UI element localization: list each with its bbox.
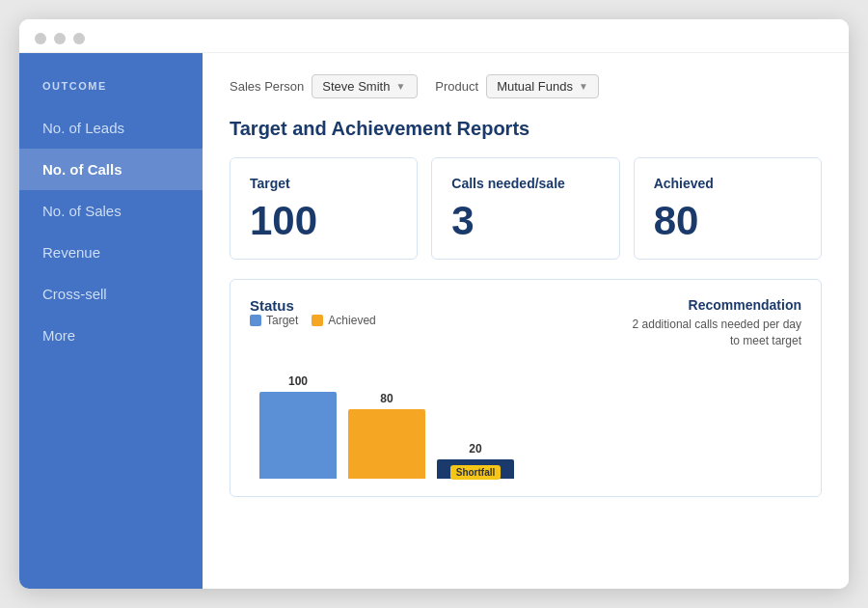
recommendation-text: 2 additional calls needed per day to mee… [628, 317, 801, 349]
bar-shortfall-label-top: 20 [469, 442, 481, 456]
kpi-target-label: Target [250, 176, 290, 191]
window-dot-2 [54, 33, 66, 44]
kpi-target-value: 100 [250, 201, 317, 241]
chart-area: 100 80 20 Shortfall [250, 363, 801, 479]
kpi-achieved-label: Achieved [654, 176, 714, 191]
salesperson-filter-group: Sales Person Steve Smith ▼ [230, 74, 418, 98]
sidebar-item-leads[interactable]: No. of Leads [19, 107, 203, 149]
legend-target: Target [250, 314, 298, 327]
product-arrow-icon: ▼ [579, 81, 588, 92]
legend-achieved: Achieved [312, 314, 375, 327]
kpi-achieved-value: 80 [654, 201, 699, 241]
sidebar: OUTCOME No. of Leads No. of Calls No. of… [19, 53, 203, 589]
product-label: Product [435, 79, 478, 94]
salesperson-select[interactable]: Steve Smith ▼ [312, 74, 418, 98]
recommendation-title: Recommendation [628, 297, 801, 313]
sidebar-section-label: OUTCOME [19, 72, 203, 107]
bar-achieved [348, 409, 425, 479]
main-content: Sales Person Steve Smith ▼ Product Mutua… [203, 53, 849, 589]
bar-achieved-label-top: 80 [380, 392, 393, 405]
content-area: OUTCOME No. of Leads No. of Calls No. of… [19, 53, 849, 589]
sidebar-item-calls[interactable]: No. of Calls [19, 149, 203, 190]
app-window: OUTCOME No. of Leads No. of Calls No. of… [19, 19, 849, 589]
filter-bar: Sales Person Steve Smith ▼ Product Mutua… [230, 74, 822, 98]
recommendation: Recommendation 2 additional calls needed… [628, 297, 801, 349]
product-value: Mutual Funds [497, 79, 573, 94]
legend-achieved-dot [312, 315, 323, 326]
kpi-card-achieved: Achieved 80 [634, 157, 822, 260]
salesperson-label: Sales Person [230, 79, 304, 94]
bar-group-achieved: 80 [348, 392, 425, 479]
bar-group-shortfall: 20 Shortfall [437, 442, 514, 479]
sidebar-item-crosssell[interactable]: Cross-sell [19, 273, 203, 315]
bar-shortfall: Shortfall [437, 459, 514, 479]
legend: Target Achieved [250, 314, 376, 327]
kpi-row: Target 100 Calls needed/sale 3 Achieved … [230, 157, 822, 260]
salesperson-arrow-icon: ▼ [395, 81, 405, 92]
kpi-calls-label: Calls needed/sale [451, 176, 565, 191]
bar-target [259, 392, 337, 479]
page-title: Target and Achievement Reports [230, 118, 822, 140]
kpi-card-calls: Calls needed/sale 3 [431, 157, 619, 260]
bar-target-label-top: 100 [288, 374, 308, 388]
salesperson-value: Steve Smith [322, 79, 390, 94]
legend-target-dot [250, 315, 261, 326]
status-header: Status Target Achieved [250, 297, 801, 349]
status-card: Status Target Achieved [230, 279, 822, 497]
status-left: Status Target Achieved [250, 297, 376, 337]
legend-achieved-label: Achieved [328, 314, 375, 327]
sidebar-item-more[interactable]: More [19, 315, 203, 356]
sidebar-item-revenue[interactable]: Revenue [19, 232, 203, 273]
kpi-calls-value: 3 [451, 201, 474, 241]
kpi-card-target: Target 100 [230, 157, 418, 260]
sidebar-item-sales[interactable]: No. of Sales [19, 190, 203, 232]
product-select[interactable]: Mutual Funds ▼ [486, 74, 599, 98]
bar-group-target: 100 [259, 374, 337, 479]
title-bar [19, 19, 849, 53]
status-title: Status [250, 297, 376, 314]
legend-target-label: Target [266, 314, 298, 327]
shortfall-tag: Shortfall [450, 465, 502, 480]
window-dot-3 [73, 33, 85, 44]
window-dot-1 [35, 33, 46, 44]
product-filter-group: Product Mutual Funds ▼ [435, 74, 598, 98]
